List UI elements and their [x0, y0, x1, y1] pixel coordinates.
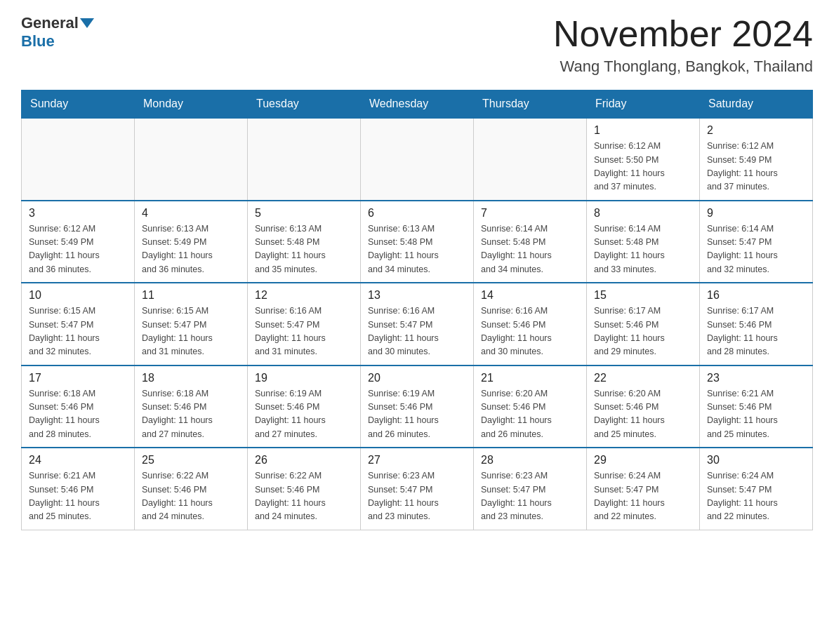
week-row: 1Sunrise: 6:12 AMSunset: 5:50 PMDaylight… [22, 118, 813, 201]
week-row: 3Sunrise: 6:12 AMSunset: 5:49 PMDaylight… [22, 201, 813, 283]
calendar-cell: 20Sunrise: 6:19 AMSunset: 5:46 PMDayligh… [361, 365, 474, 448]
day-info: Sunrise: 6:19 AMSunset: 5:46 PMDaylight:… [368, 387, 466, 442]
day-number: 25 [142, 454, 240, 467]
day-number: 27 [368, 454, 466, 467]
calendar-cell: 16Sunrise: 6:17 AMSunset: 5:46 PMDayligh… [700, 283, 813, 365]
calendar-cell: 23Sunrise: 6:21 AMSunset: 5:46 PMDayligh… [700, 365, 813, 448]
day-info: Sunrise: 6:17 AMSunset: 5:46 PMDaylight:… [594, 304, 692, 359]
day-of-week-header: Monday [135, 90, 248, 119]
calendar-cell: 28Sunrise: 6:23 AMSunset: 5:47 PMDayligh… [474, 448, 587, 530]
calendar-cell: 29Sunrise: 6:24 AMSunset: 5:47 PMDayligh… [587, 448, 700, 530]
day-info: Sunrise: 6:14 AMSunset: 5:47 PMDaylight:… [707, 222, 805, 277]
logo-blue-text: Blue [21, 32, 55, 50]
calendar-cell: 18Sunrise: 6:18 AMSunset: 5:46 PMDayligh… [135, 365, 248, 448]
day-info: Sunrise: 6:15 AMSunset: 5:47 PMDaylight:… [29, 304, 127, 359]
title-section: November 2024 Wang Thonglang, Bangkok, T… [553, 14, 813, 76]
day-info: Sunrise: 6:17 AMSunset: 5:46 PMDaylight:… [707, 304, 805, 359]
day-number: 20 [368, 372, 466, 384]
day-number: 7 [481, 207, 579, 220]
day-number: 22 [594, 372, 692, 384]
day-info: Sunrise: 6:18 AMSunset: 5:46 PMDaylight:… [29, 387, 127, 442]
logo-arrow-icon [80, 18, 94, 28]
day-info: Sunrise: 6:16 AMSunset: 5:47 PMDaylight:… [368, 304, 466, 359]
day-info: Sunrise: 6:13 AMSunset: 5:48 PMDaylight:… [255, 222, 353, 277]
day-number: 8 [594, 207, 692, 220]
day-number: 16 [707, 289, 805, 302]
day-info: Sunrise: 6:22 AMSunset: 5:46 PMDaylight:… [255, 469, 353, 524]
day-info: Sunrise: 6:12 AMSunset: 5:50 PMDaylight:… [594, 140, 692, 194]
day-number: 19 [255, 372, 353, 384]
calendar-cell: 26Sunrise: 6:22 AMSunset: 5:46 PMDayligh… [248, 448, 361, 530]
day-number: 15 [594, 289, 692, 302]
day-info: Sunrise: 6:18 AMSunset: 5:46 PMDaylight:… [142, 387, 240, 442]
day-info: Sunrise: 6:23 AMSunset: 5:47 PMDaylight:… [481, 469, 579, 524]
week-row: 10Sunrise: 6:15 AMSunset: 5:47 PMDayligh… [22, 283, 813, 365]
day-info: Sunrise: 6:16 AMSunset: 5:47 PMDaylight:… [255, 304, 353, 359]
day-info: Sunrise: 6:16 AMSunset: 5:46 PMDaylight:… [481, 304, 579, 359]
calendar-cell: 12Sunrise: 6:16 AMSunset: 5:47 PMDayligh… [248, 283, 361, 365]
day-info: Sunrise: 6:21 AMSunset: 5:46 PMDaylight:… [29, 469, 127, 524]
day-of-week-header: Friday [587, 90, 700, 119]
day-info: Sunrise: 6:13 AMSunset: 5:49 PMDaylight:… [142, 222, 240, 277]
calendar-cell: 3Sunrise: 6:12 AMSunset: 5:49 PMDaylight… [22, 201, 135, 283]
day-info: Sunrise: 6:21 AMSunset: 5:46 PMDaylight:… [707, 387, 805, 442]
day-number: 3 [29, 207, 127, 220]
day-number: 28 [481, 454, 579, 467]
calendar-cell: 19Sunrise: 6:19 AMSunset: 5:46 PMDayligh… [248, 365, 361, 448]
week-row: 17Sunrise: 6:18 AMSunset: 5:46 PMDayligh… [22, 365, 813, 448]
day-number: 24 [29, 454, 127, 467]
day-info: Sunrise: 6:12 AMSunset: 5:49 PMDaylight:… [707, 140, 805, 194]
logo-general-text: General [21, 14, 79, 32]
calendar-cell: 13Sunrise: 6:16 AMSunset: 5:47 PMDayligh… [361, 283, 474, 365]
calendar-cell: 30Sunrise: 6:24 AMSunset: 5:47 PMDayligh… [700, 448, 813, 530]
calendar-subtitle: Wang Thonglang, Bangkok, Thailand [553, 58, 813, 76]
day-of-week-header: Sunday [22, 90, 135, 119]
day-of-week-header: Thursday [474, 90, 587, 119]
day-info: Sunrise: 6:19 AMSunset: 5:46 PMDaylight:… [255, 387, 353, 442]
calendar-cell [135, 118, 248, 201]
day-info: Sunrise: 6:13 AMSunset: 5:48 PMDaylight:… [368, 222, 466, 277]
calendar-cell: 22Sunrise: 6:20 AMSunset: 5:46 PMDayligh… [587, 365, 700, 448]
calendar-cell: 2Sunrise: 6:12 AMSunset: 5:49 PMDaylight… [700, 118, 813, 201]
calendar-title: November 2024 [553, 14, 813, 54]
calendar-cell [474, 118, 587, 201]
day-info: Sunrise: 6:15 AMSunset: 5:47 PMDaylight:… [142, 304, 240, 359]
day-info: Sunrise: 6:14 AMSunset: 5:48 PMDaylight:… [594, 222, 692, 277]
calendar-cell [22, 118, 135, 201]
day-number: 14 [481, 289, 579, 302]
calendar-cell: 25Sunrise: 6:22 AMSunset: 5:46 PMDayligh… [135, 448, 248, 530]
week-row: 24Sunrise: 6:21 AMSunset: 5:46 PMDayligh… [22, 448, 813, 530]
calendar-cell: 7Sunrise: 6:14 AMSunset: 5:48 PMDaylight… [474, 201, 587, 283]
day-info: Sunrise: 6:20 AMSunset: 5:46 PMDaylight:… [594, 387, 692, 442]
day-number: 9 [707, 207, 805, 220]
day-number: 26 [255, 454, 353, 467]
day-number: 23 [707, 372, 805, 384]
page-header: General Blue November 2024 Wang Thonglan… [21, 14, 813, 76]
day-number: 12 [255, 289, 353, 302]
calendar-cell: 14Sunrise: 6:16 AMSunset: 5:46 PMDayligh… [474, 283, 587, 365]
calendar-cell: 10Sunrise: 6:15 AMSunset: 5:47 PMDayligh… [22, 283, 135, 365]
day-number: 10 [29, 289, 127, 302]
day-info: Sunrise: 6:20 AMSunset: 5:46 PMDaylight:… [481, 387, 579, 442]
day-number: 30 [707, 454, 805, 467]
calendar-cell: 1Sunrise: 6:12 AMSunset: 5:50 PMDaylight… [587, 118, 700, 201]
calendar-cell: 17Sunrise: 6:18 AMSunset: 5:46 PMDayligh… [22, 365, 135, 448]
calendar-header-row: SundayMondayTuesdayWednesdayThursdayFrid… [22, 90, 813, 119]
calendar-cell: 8Sunrise: 6:14 AMSunset: 5:48 PMDaylight… [587, 201, 700, 283]
logo: General Blue [21, 14, 95, 51]
day-of-week-header: Saturday [700, 90, 813, 119]
calendar-cell: 21Sunrise: 6:20 AMSunset: 5:46 PMDayligh… [474, 365, 587, 448]
calendar-table: SundayMondayTuesdayWednesdayThursdayFrid… [21, 90, 813, 530]
calendar-cell: 15Sunrise: 6:17 AMSunset: 5:46 PMDayligh… [587, 283, 700, 365]
day-of-week-header: Wednesday [361, 90, 474, 119]
day-number: 4 [142, 207, 240, 220]
calendar-cell: 24Sunrise: 6:21 AMSunset: 5:46 PMDayligh… [22, 448, 135, 530]
calendar-cell: 11Sunrise: 6:15 AMSunset: 5:47 PMDayligh… [135, 283, 248, 365]
day-number: 13 [368, 289, 466, 302]
day-info: Sunrise: 6:24 AMSunset: 5:47 PMDaylight:… [594, 469, 692, 524]
day-info: Sunrise: 6:22 AMSunset: 5:46 PMDaylight:… [142, 469, 240, 524]
calendar-cell [361, 118, 474, 201]
day-number: 18 [142, 372, 240, 384]
day-info: Sunrise: 6:12 AMSunset: 5:49 PMDaylight:… [29, 222, 127, 277]
calendar-cell: 4Sunrise: 6:13 AMSunset: 5:49 PMDaylight… [135, 201, 248, 283]
